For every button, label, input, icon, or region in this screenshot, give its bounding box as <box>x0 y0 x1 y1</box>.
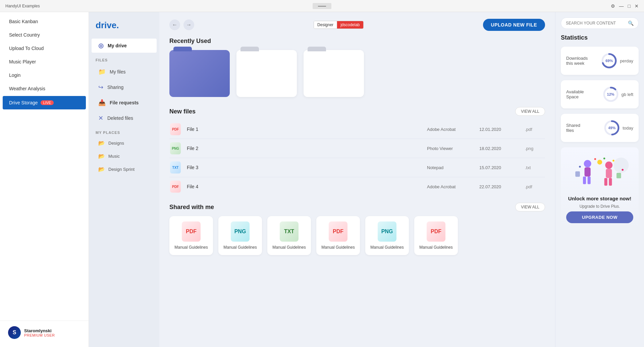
stat-label2: files <box>566 128 580 133</box>
promo-illustration <box>566 153 633 193</box>
app-title: HandyUI Examples <box>5 4 40 8</box>
recently-used-title: Recently Used <box>169 38 545 45</box>
file-name: File 1 <box>187 127 422 132</box>
downloads-circle: 69% <box>600 52 618 69</box>
new-files-view-all-button[interactable]: VIEW ALL <box>515 107 545 116</box>
png-icon: PNG <box>170 142 181 154</box>
files-table: PDF File 1 Adobe Acrobat 12.01.2020 .pdf… <box>169 120 545 196</box>
drive-nav-deleted-files[interactable]: ✕ Deleted files <box>92 111 157 125</box>
sharing-label: Sharing <box>107 85 123 90</box>
close-icon[interactable]: ✕ <box>635 3 639 9</box>
sidebar-label: Weather Analysis <box>9 86 45 91</box>
search-input[interactable] <box>566 21 625 26</box>
settings-icon[interactable]: ⚙ <box>611 3 615 9</box>
downloads-percent: 69% <box>605 59 613 63</box>
folder-card-1[interactable] <box>236 50 297 97</box>
svg-rect-13 <box>604 178 607 186</box>
nav-arrows: ← → <box>169 19 194 30</box>
shared-card-6[interactable]: PDF Manual Guidelines <box>414 216 458 255</box>
table-row[interactable]: PNG File 2 Photo Viewer 18.02.2020 .png <box>169 139 545 158</box>
svg-point-11 <box>605 161 612 169</box>
shared-card-4[interactable]: PDF Manual Guidelines <box>316 216 360 255</box>
sidebar-label: Basic Kanban <box>9 19 38 24</box>
folder-tab-active <box>173 47 192 51</box>
promo-title: Unlock more storage now! <box>568 196 631 201</box>
shared-card-2[interactable]: PNG Manual Guidelines <box>218 216 262 255</box>
designer-label: Designer <box>314 21 337 29</box>
upload-new-file-button[interactable]: UPLOAD NEW FILE <box>483 19 545 31</box>
share-icon: ↪ <box>98 84 103 91</box>
txt-icon: TXT <box>170 161 181 174</box>
shared-unit: today <box>623 126 633 131</box>
search-bar: 🔍 <box>561 17 639 29</box>
folder-card-active[interactable] <box>169 50 230 97</box>
drive-logo: drive. <box>89 20 159 37</box>
file-date: 15.07.2020 <box>479 165 520 170</box>
sidebar-item-weather-analysis[interactable]: Weather Analysis <box>0 82 89 95</box>
shared-card-1[interactable]: PDF Manual Guidelines <box>169 216 213 255</box>
stat-card-downloads: Downloads this week 69% perday <box>561 47 639 75</box>
shared-section: Shared with me VIEW ALL PDF Manual Guide… <box>169 203 545 255</box>
maximize-icon[interactable]: □ <box>628 3 631 9</box>
titlebar-center-btn[interactable]: —— <box>313 3 331 9</box>
stat-label-downloads: Downloads this week <box>566 56 588 66</box>
drive-nav-file-requests[interactable]: 📥 File requests <box>92 96 157 110</box>
minimize-icon[interactable]: — <box>619 3 624 9</box>
file-name: File 3 <box>187 165 422 170</box>
drive-nav-my-drive[interactable]: ◎ My drive <box>92 39 157 53</box>
places-section-label: MY PLACES <box>89 127 159 136</box>
stat-card-shared-files: Shared files 49% today <box>561 114 639 142</box>
pdf-icon: PDF <box>182 221 201 242</box>
sidebar-item-drive-storage[interactable]: Drive Storage LIVE <box>3 96 86 109</box>
titlebar-center: —— <box>313 3 331 9</box>
file-icon-wrap: PDF <box>169 123 181 135</box>
back-button[interactable]: ← <box>169 19 180 30</box>
stat-label2: this week <box>566 61 588 66</box>
stat-card-available-space: Available Space 12% gb left <box>561 80 639 108</box>
file-date: 12.01.2020 <box>479 127 520 132</box>
sidebar-item-login[interactable]: Login <box>0 68 89 82</box>
shared-card-3[interactable]: TXT Manual Guidelines <box>267 216 311 255</box>
table-row[interactable]: TXT File 3 Notepad 15.07.2020 .txt <box>169 158 545 177</box>
svg-rect-17 <box>616 173 621 178</box>
shared-card-5[interactable]: PNG Manual Guidelines <box>365 216 409 255</box>
sidebar-item-upload-to-cloud[interactable]: Upload To Cloud <box>0 42 89 55</box>
place-item-design-sprint[interactable]: 📂 Design Sprint <box>92 163 157 175</box>
avatar-initials: S <box>13 330 16 336</box>
file-icon-wrap: PNG <box>169 142 181 154</box>
promo-subtitle: Upgrade to Drive Plus. <box>580 204 620 209</box>
file-date: 22.07.2020 <box>479 184 520 189</box>
sidebar-label: Drive Storage <box>9 100 38 105</box>
stat-circle-wrap: 12% gb left <box>602 86 633 103</box>
table-row[interactable]: PDF File 1 Adobe Acrobat 12.01.2020 .pdf <box>169 120 545 139</box>
left-sidebar: Basic Kanban Select Country Upload To Cl… <box>0 12 89 347</box>
place-item-designs[interactable]: 📂 Designs <box>92 137 157 149</box>
upgrade-now-button[interactable]: UPGRADE NOW <box>566 211 633 223</box>
svg-point-22 <box>622 169 623 170</box>
file-app: Adobe Acrobat <box>427 184 474 189</box>
sidebar-item-select-country[interactable]: Select Country <box>0 28 89 42</box>
file-ext: .pdf <box>525 184 545 189</box>
drive-nav-sharing[interactable]: ↪ Sharing <box>92 80 157 94</box>
pdf-icon: PDF <box>427 221 445 242</box>
drive-logo-text: drive. <box>96 20 119 30</box>
svg-rect-10 <box>588 177 591 184</box>
sidebar-label: Select Country <box>9 32 40 38</box>
place-item-music[interactable]: 📂 Music <box>92 150 157 162</box>
shared-card-label: Manual Guidelines <box>419 245 452 250</box>
png-icon: PNG <box>231 221 250 242</box>
shared-view-all-button[interactable]: VIEW ALL <box>515 203 545 211</box>
sidebar-item-music-player[interactable]: Music Player <box>0 55 89 68</box>
sidebar-item-basic-kanban[interactable]: Basic Kanban <box>0 15 89 28</box>
file-requests-label: File requests <box>110 100 139 105</box>
titlebar: HandyUI Examples —— ⚙ — □ ✕ <box>0 0 644 12</box>
shared-percent: 49% <box>608 126 615 130</box>
user-name: Staromlynski <box>24 328 55 333</box>
file-name: File 2 <box>187 146 422 151</box>
code-label: jdscodelab <box>337 21 363 29</box>
forward-button[interactable]: → <box>183 19 194 30</box>
table-row[interactable]: PDF File 4 Adobe Acrobat 22.07.2020 .pdf <box>169 177 545 196</box>
drive-nav-my-files[interactable]: 📁 My files <box>92 65 157 79</box>
folder-card-2[interactable] <box>304 50 364 97</box>
shared-header: Shared with me VIEW ALL <box>169 203 545 211</box>
